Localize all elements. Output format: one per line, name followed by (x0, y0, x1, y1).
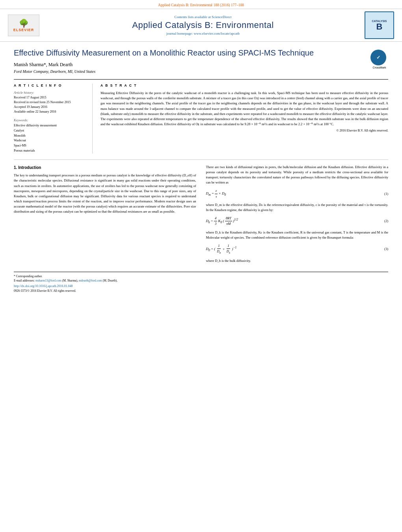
crossmark-label: CrossMark (370, 66, 388, 69)
keyword-4: Washcoat (14, 138, 86, 143)
main-content: Effective Diffusivity Measurement on a M… (0, 42, 402, 297)
introduction-section: 1. Introduction The key to understanding… (14, 165, 388, 266)
keyword-6: Porous materials (14, 148, 86, 154)
authors-line: Manish Sharma*, Mark Dearth (14, 62, 367, 68)
footnote-left-col: * Corresponding author. E-mail addresses… (14, 274, 388, 293)
article-history-group: Article history: Received 17 August 2015… (14, 91, 86, 114)
issn-line: 0926-3373/© 2016 Elsevier B.V. All right… (14, 289, 388, 293)
elsevier-brand-text: ELSEVIER (13, 28, 34, 32)
journal-title: Applied Catalysis B: Environmental (47, 20, 359, 30)
eq3-lhs: D0 = ( (206, 247, 216, 251)
eq2-exp: )1/2 (233, 219, 238, 223)
copyright-line: © 2016 Elsevier B.V. All rights reserved… (100, 129, 388, 132)
catalysis-logo-b: B (376, 22, 383, 31)
introduction-heading: 1. Introduction (14, 165, 196, 171)
footnotes-section: * Corresponding author. E-mail addresses… (14, 272, 388, 293)
article-history-label: Article history: (14, 91, 86, 95)
contents-text: Contents lists available at (175, 15, 211, 19)
abstract-text: Measuring Effective Diffusivity in the p… (100, 91, 388, 127)
affiliation-line: Ford Motor Company, Dearborn, MI, United… (14, 69, 367, 74)
intro-left-paragraph: The key to understanding transport proce… (14, 173, 196, 214)
eq3-rhs: )−1 (232, 247, 236, 251)
elsevier-logo: 🌳 ELSEVIER (8, 15, 39, 36)
equation-1-content: Dm = ε τ × D0 (206, 188, 381, 199)
article-title: Effective Diffusivity Measurement on a M… (14, 48, 367, 58)
doi-line[interactable]: http://dx.doi.org/10.1016/j.apcatb.2016.… (14, 284, 388, 289)
eq3-fraction2: 1 Dk (226, 243, 231, 255)
equation-1-number: (1) (384, 191, 388, 196)
equation-2-number: (2) (384, 219, 388, 224)
email-line: E-mail addresses: msharm13@ford.com (M. … (14, 278, 388, 283)
crossmark-badge[interactable]: ✓ CrossMark (370, 50, 388, 69)
keyword-3: Monolith (14, 133, 86, 139)
journal-ref-text: Applied Catalysis B: Environmental 188 (… (158, 3, 244, 7)
eq3-fraction1: 1 Db (216, 243, 222, 255)
homepage-link[interactable]: www.elsevier.com/locate/apcatb (194, 32, 240, 35)
abstract-section: A B S T R A C T Measuring Effective Diff… (100, 83, 388, 154)
article-dates: Received 17 August 2015 Received in revi… (14, 95, 86, 114)
email1-name: (M. Sharma), (62, 279, 78, 282)
catalysis-logo-container: CATALYSIS B (363, 11, 394, 39)
introduction-right-col: There are two kinds of diffusional regim… (206, 165, 389, 266)
article-info-heading: A R T I C L E I N F O (14, 83, 86, 87)
page: Applied Catalysis B: Environmental 188 (… (0, 0, 402, 532)
email2-link[interactable]: mdearth@ford.com (79, 279, 102, 282)
corresponding-author-note: * Corresponding author. (14, 274, 388, 278)
section-divider (14, 159, 388, 160)
article-info-abstract-section: A R T I C L E I N F O Article history: R… (14, 79, 388, 154)
article-info-column: A R T I C L E I N F O Article history: R… (14, 83, 93, 154)
eq2-lhs: Dk = (206, 219, 214, 223)
abstract-heading: A B S T R A C T (100, 83, 388, 87)
received-revised-date: Received in revised form 25 November 201… (14, 100, 86, 105)
footnote-content: * Corresponding author. E-mail addresses… (14, 274, 388, 293)
introduction-left-col: 1. Introduction The key to understanding… (14, 165, 196, 266)
journal-header: 🌳 ELSEVIER Contents lists available at S… (0, 9, 402, 42)
equation-3-number: (3) (384, 247, 388, 252)
eq1-description: where D_m is the effective diffusivity, … (206, 202, 389, 213)
equation-1-block: Dm = ε τ × D0 (1) (206, 188, 389, 199)
elsevier-logo-container: 🌳 ELSEVIER (8, 15, 43, 36)
eq1-rhs: × D0 (219, 191, 226, 195)
eq1-lhs: Dm = (206, 191, 215, 195)
contents-available-line: Contents lists available at ScienceDirec… (47, 15, 359, 19)
eq2-bracket: ( (223, 219, 224, 223)
equation-2-content: Dk = 4 3 K0 ( 8RT πM )1/2 (206, 216, 381, 226)
email2-name: (M. Dearth). (102, 279, 117, 282)
eq3-description: where D_b is the bulk diffusivity. (206, 258, 389, 263)
email-label: E-mail addresses: (14, 279, 35, 282)
article-title-text: Effective Diffusivity Measurement on a M… (14, 48, 367, 76)
sciencedirect-link[interactable]: ScienceDirect (212, 15, 231, 19)
eq2-k0: K0 (218, 219, 222, 223)
eq2-description: where D_k is the Knudsen diffusivity, K₀… (206, 230, 389, 240)
journal-reference-bar: Applied Catalysis B: Environmental 188 (… (0, 0, 402, 9)
accepted-date: Accepted 19 January 2016 (14, 105, 86, 109)
eq1-fraction: ε τ (215, 188, 218, 199)
keyword-1: Effective diffusivity measurement (14, 123, 86, 128)
eq2-fraction2: 8RT πM (225, 216, 232, 226)
elsevier-tree-icon: 🌳 (19, 19, 29, 28)
homepage-line: journal homepage: www.elsevier.com/locat… (47, 32, 359, 35)
journal-title-area: Contents lists available at ScienceDirec… (47, 15, 359, 35)
authors-text: Manish Sharma*, Mark Dearth (14, 62, 73, 67)
catalysis-logo: CATALYSIS B (365, 11, 394, 39)
crossmark-icon: ✓ (370, 50, 386, 65)
keyword-5: Spaci-MS (14, 143, 86, 148)
equation-3-content: D0 = ( 1 Db + 1 Dk )−1 (206, 243, 381, 255)
email1-link[interactable]: msharm13@ford.com (35, 279, 61, 282)
article-title-section: Effective Diffusivity Measurement on a M… (14, 48, 388, 76)
keywords-section: Keywords: Effective diffusivity measurem… (14, 118, 86, 154)
available-date: Available online 22 January 2016 (14, 109, 86, 114)
homepage-text: journal homepage: (166, 32, 193, 35)
equation-2-block: Dk = 4 3 K0 ( 8RT πM )1/2 (2) (206, 216, 389, 226)
equation-3-block: D0 = ( 1 Db + 1 Dk )−1 (3) (206, 243, 389, 255)
eq3-plus: + (223, 247, 226, 251)
keyword-2: Catalyst (14, 128, 86, 133)
received-date: Received 17 August 2015 (14, 95, 86, 100)
eq2-fraction1: 4 3 (214, 216, 217, 226)
intro-right-paragraph: There are two kinds of diffusional regim… (206, 165, 389, 185)
keywords-label: Keywords: (14, 118, 86, 122)
